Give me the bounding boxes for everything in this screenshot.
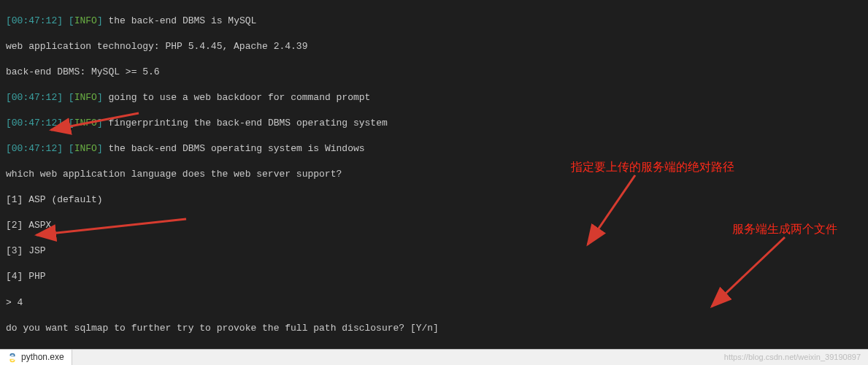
user-answer: > 4 (6, 296, 862, 310)
option-item: [2] ASPX (6, 219, 862, 232)
terminal-output[interactable]: [00:47:12] [INFO] the back-end DBMS is M… (0, 0, 868, 365)
log-line: [00:47:12] [INFO] fingerprinting the bac… (6, 117, 862, 130)
python-icon (7, 353, 18, 363)
log-line: web application technology: PHP 5.4.45, … (6, 40, 862, 53)
option-item: [4] PHP (6, 270, 862, 283)
taskbar-tab-label: python.exe (21, 351, 64, 363)
log-line: [00:47:12] [INFO] the back-end DBMS is M… (6, 15, 862, 28)
prompt-question: do you want sqlmap to further try to pro… (6, 322, 862, 335)
taskbar-tab-python[interactable]: python.exe (0, 350, 72, 365)
prompt-question: which web application language does the … (6, 168, 862, 181)
log-line: back-end DBMS: MySQL >= 5.6 (6, 66, 862, 79)
watermark-text: https://blog.csdn.net/weixin_39190897 (724, 352, 868, 363)
log-line: [00:47:12] [INFO] going to use a web bac… (6, 91, 862, 104)
taskbar: python.exe https://blog.csdn.net/weixin_… (0, 349, 868, 365)
option-item: [3] JSP (6, 245, 862, 258)
option-item: [1] ASP (default) (6, 193, 862, 207)
log-line: [00:47:12] [INFO] the back-end DBMS oper… (6, 142, 862, 155)
